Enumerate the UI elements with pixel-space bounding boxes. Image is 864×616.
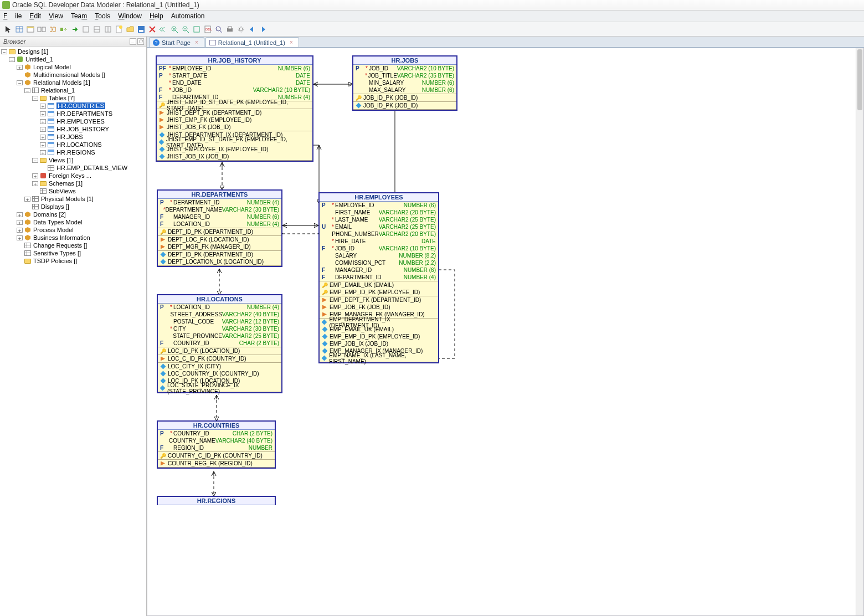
tree-sensitive[interactable]: Sensitive Types [] <box>0 249 146 257</box>
menu-view[interactable]: View <box>49 12 63 20</box>
browser-tree[interactable]: −Designs [1] −Untitled_1 +Logical Model … <box>0 47 146 616</box>
box1-icon[interactable] <box>81 24 91 34</box>
tree-views[interactable]: −Views [1] <box>0 156 146 164</box>
help-icon: ? <box>153 39 160 46</box>
tree-process[interactable]: +Process Model <box>0 226 146 234</box>
tree-designs[interactable]: −Designs [1] <box>0 48 146 55</box>
column-row: *CITYVARCHAR2 (30 BYTE) <box>158 325 281 332</box>
menu-tools[interactable]: Tools <box>95 12 110 20</box>
menu-file[interactable]: File <box>3 12 22 20</box>
back-icon[interactable] <box>247 24 257 34</box>
column-row: FLOCATION_IDNUMBER (4) <box>158 220 281 228</box>
table-job-history[interactable]: HR.JOB_HISTORY PF*EMPLOYEE_IDNUMBER (6)P… <box>156 55 313 162</box>
print-icon[interactable] <box>225 24 235 34</box>
close-icon[interactable]: × <box>195 39 198 45</box>
table-employees[interactable]: HR.EMPLOYEES P*EMPLOYEE_IDNUMBER (6)FIRS… <box>318 192 439 363</box>
fk-row: EMP_JOB_FK (JOB_ID) <box>320 304 438 311</box>
tree-physical[interactable]: +Physical Models [1] <box>0 195 146 203</box>
table-icon[interactable] <box>14 24 24 34</box>
minimize-icon[interactable]: _ <box>130 38 136 45</box>
fit-icon[interactable] <box>192 24 202 34</box>
tree-business[interactable]: +Business Information <box>0 234 146 242</box>
menu-team[interactable]: Team <box>71 12 87 20</box>
close-icon[interactable]: × <box>290 39 293 45</box>
zoom-in-icon[interactable] <box>169 24 179 34</box>
engineer-icon[interactable] <box>59 24 69 34</box>
browser-panel: Browser _ ▢ −Designs [1] −Untitled_1 +Lo… <box>0 37 147 616</box>
split-icon[interactable] <box>37 24 47 34</box>
tree-fks[interactable]: +Foreign Keys ... <box>0 172 146 179</box>
tree-locations[interactable]: +HR.LOCATIONS <box>0 141 146 148</box>
tab-start-page[interactable]: ? Start Page × <box>149 37 204 47</box>
tree-domains[interactable]: +Domains [2] <box>0 211 146 218</box>
new-icon[interactable] <box>114 24 124 34</box>
pk-row: 🔑DEPT_ID_PK (DEPARTMENT_ID) <box>158 228 281 235</box>
table-jobs[interactable]: HR.JOBS P*JOB_IDVARCHAR2 (10 BYTE)*JOB_T… <box>352 55 457 111</box>
box2-icon[interactable] <box>92 24 102 34</box>
column-row: PF*EMPLOYEE_IDNUMBER (6) <box>157 65 312 72</box>
svg-point-27 <box>216 27 220 31</box>
fk-icon[interactable] <box>48 24 58 34</box>
tree-view1[interactable]: HR.EMP_DETAILS_VIEW <box>0 164 146 172</box>
tree-employees[interactable]: +HR.EMPLOYEES <box>0 117 146 125</box>
search-icon[interactable] <box>214 24 224 34</box>
table-departments[interactable]: HR.DEPARTMENTS P*DEPARTMENT_IDNUMBER (4)… <box>157 189 282 267</box>
svg-line-18 <box>176 30 178 33</box>
column-row: SALARYNUMBER (8,2) <box>320 252 438 259</box>
tree-jobs[interactable]: +HR.JOBS <box>0 133 146 141</box>
tab-relational[interactable]: Relational_1 (Untitled_1) × <box>205 37 299 47</box>
column-row: FIRST_NAMEVARCHAR2 (20 BYTE) <box>320 209 438 216</box>
save-icon[interactable] <box>136 24 146 34</box>
tree-jobhistory[interactable]: +HR.JOB_HISTORY <box>0 125 146 133</box>
diagram-canvas[interactable]: HR.JOB_HISTORY PF*EMPLOYEE_IDNUMBER (6)P… <box>147 48 864 616</box>
vertical-scrollbar[interactable] <box>856 48 863 615</box>
tree-schemas[interactable]: +Schemas [1] <box>0 179 146 187</box>
tree-displays[interactable]: Displays [] <box>0 203 146 211</box>
tree-change[interactable]: Change Requests [] <box>0 242 146 249</box>
tree-departments[interactable]: +HR.DEPARTMENTS <box>0 110 146 117</box>
tree-multi[interactable]: Multidimensional Models [] <box>0 71 146 79</box>
box3-icon[interactable] <box>103 24 113 34</box>
ix-row: EMP_DEPARTMENT_IX (DEPARTMENT_ID) <box>320 319 438 326</box>
table-title: HR.JOBS <box>353 57 456 65</box>
table-locations[interactable]: HR.LOCATIONS P*LOCATION_IDNUMBER (4)STRE… <box>157 294 282 393</box>
pk-row: 🔑EMP_EMP_ID_PK (EMPLOYEE_ID) <box>320 289 438 296</box>
table-countries[interactable]: HR.COUNTRIES P*COUNTRY_IDCHAR (2 BYTE)CO… <box>157 420 276 469</box>
tree-untitled[interactable]: −Untitled_1 <box>0 55 146 63</box>
pk-row: 🔑LOC_ID_PK (LOCATION_ID) <box>158 347 281 355</box>
ix-row: JHIST_EMP_ID_ST_DATE_PK (EMPLOYEE_ID, ST… <box>157 138 312 146</box>
tree-countries[interactable]: +HR.COUNTRIES <box>0 102 146 110</box>
view-icon[interactable] <box>25 24 35 34</box>
tree-rel1[interactable]: −Relational_1 <box>0 86 146 94</box>
column-row: MAX_SALARYNUMBER (6) <box>353 86 456 94</box>
column-row: *DEPARTMENT_NAMEVARCHAR2 (30 BYTE) <box>158 206 281 213</box>
menu-edit[interactable]: Edit <box>29 12 41 20</box>
tree-relmodels[interactable]: −Relational Models [1] <box>0 79 146 86</box>
column-row: P*EMPLOYEE_IDNUMBER (6) <box>320 202 438 209</box>
scroll-thumb[interactable] <box>857 49 862 110</box>
tree-subviews[interactable]: SubViews <box>0 187 146 195</box>
ix-row: LOC_COUNTRY_IX (COUNTRY_ID) <box>158 370 281 377</box>
next-icon[interactable] <box>258 24 268 34</box>
delete-icon[interactable] <box>147 24 157 34</box>
gear-icon[interactable] <box>236 24 246 34</box>
tree-tsdp[interactable]: TSDP Policies [] <box>0 257 146 265</box>
ddl-icon[interactable]: DDL <box>203 24 213 34</box>
zoom-prev-icon[interactable] <box>158 24 168 34</box>
svg-rect-7 <box>60 28 63 31</box>
table-regions[interactable]: HR.REGIONS <box>157 496 276 505</box>
menu-help[interactable]: Help <box>150 12 163 20</box>
restore-icon[interactable]: ▢ <box>137 38 144 45</box>
tree-logical[interactable]: +Logical Model <box>0 63 146 71</box>
zoom-out-icon[interactable] <box>181 24 191 34</box>
ix-row: JOB_ID_PK (JOB_ID) <box>353 102 456 109</box>
tree-regions[interactable]: +HR.REGIONS <box>0 148 146 156</box>
menu-window[interactable]: Window <box>118 12 142 20</box>
open-icon[interactable] <box>125 24 135 34</box>
tree-datatypes[interactable]: +Data Types Model <box>0 218 146 226</box>
menu-automation[interactable]: Automation <box>171 12 205 20</box>
cursor-icon[interactable] <box>3 24 13 34</box>
column-row: STREET_ADDRESSVARCHAR2 (40 BYTE) <box>158 311 281 318</box>
tree-tables[interactable]: −Tables [7] <box>0 94 146 102</box>
forward-green-icon[interactable] <box>70 24 80 34</box>
